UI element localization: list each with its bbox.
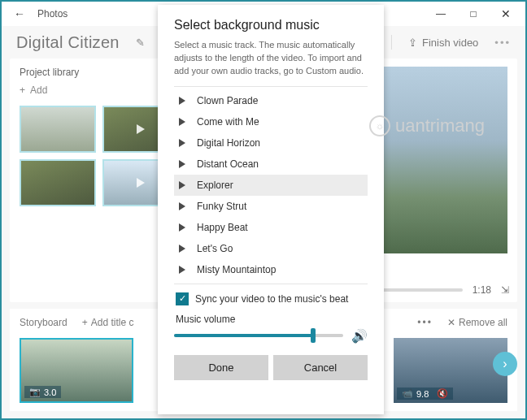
play-icon	[179, 118, 185, 126]
track-label: Misty Mountaintop	[197, 264, 276, 275]
x-icon: ✕	[447, 317, 455, 328]
check-icon: ✓	[176, 292, 189, 305]
track-label: Happy Beat	[197, 222, 248, 233]
track-label: Let's Go	[197, 243, 233, 254]
library-thumbs	[20, 106, 179, 206]
track-item[interactable]: Happy Beat	[174, 217, 368, 238]
sync-label: Sync your video to the music's beat	[195, 293, 348, 305]
volume-row: 🔊	[174, 328, 368, 344]
track-item[interactable]: Digital Horizon	[174, 132, 368, 154]
more-button[interactable]: •••	[494, 37, 511, 49]
play-icon	[179, 202, 185, 210]
plus-icon: +	[20, 84, 25, 96]
duration-label: 1:18	[473, 284, 491, 296]
track-list: Clown ParadeCome with MeDigital HorizonD…	[174, 90, 368, 280]
play-icon	[179, 97, 185, 105]
track-item[interactable]: Misty Mountaintop	[174, 259, 368, 280]
track-item[interactable]: Funky Strut	[174, 196, 368, 217]
cancel-button[interactable]: Cancel	[273, 355, 368, 380]
storyboard-heading: Storyboard	[20, 317, 68, 328]
clip-duration: 9.8	[416, 389, 429, 399]
project-title: Digital Citizen	[16, 33, 120, 52]
track-item[interactable]: Let's Go	[174, 238, 368, 259]
video-icon: 📹	[402, 388, 413, 399]
mute-icon: 🔇	[437, 388, 448, 399]
play-icon	[179, 181, 185, 189]
library-thumb[interactable]	[20, 159, 96, 206]
play-icon	[179, 223, 185, 232]
play-icon	[179, 139, 185, 147]
library-heading: Project library	[20, 67, 179, 78]
track-item[interactable]: Clown Parade	[174, 90, 368, 111]
track-item[interactable]: Explorer	[174, 175, 368, 196]
library-thumb[interactable]	[20, 106, 96, 153]
track-label: Explorer	[197, 180, 233, 191]
track-label: Come with Me	[197, 116, 259, 128]
finish-video-button[interactable]: ⇪Finish video	[408, 37, 478, 49]
dialog-title: Select background music	[174, 18, 368, 32]
volume-label: Music volume	[176, 314, 366, 325]
track-label: Digital Horizon	[197, 137, 260, 149]
dialog-description: Select a music track. The music automati…	[174, 39, 368, 78]
volume-slider[interactable]	[174, 334, 343, 337]
image-icon: 📷	[29, 387, 41, 397]
track-label: Funky Strut	[197, 201, 246, 212]
close-button[interactable]: ✕	[490, 2, 522, 26]
play-icon	[179, 245, 185, 253]
maximize-button[interactable]: □	[457, 2, 490, 26]
rename-icon[interactable]: ✎	[136, 37, 145, 49]
play-icon	[179, 266, 185, 274]
track-label: Distant Ocean	[197, 158, 259, 170]
done-button[interactable]: Done	[174, 355, 268, 380]
next-page-button[interactable]: ›	[493, 352, 517, 376]
volume-knob[interactable]	[311, 328, 316, 343]
storyboard-clip[interactable]: 📷3.0	[20, 338, 133, 403]
track-label: Clown Parade	[197, 95, 258, 106]
export-icon: ⇪	[408, 37, 417, 49]
track-item[interactable]: Come with Me	[174, 111, 368, 132]
app-title: Photos	[37, 8, 68, 19]
separator	[391, 35, 392, 50]
speaker-icon: 🔊	[351, 328, 368, 344]
fullscreen-icon[interactable]: ⇲	[501, 284, 509, 296]
plus-icon: +	[82, 317, 88, 328]
clip-duration: 3.0	[44, 388, 56, 397]
storyboard-clip[interactable]: 📹9.8🔇	[394, 338, 507, 403]
sync-checkbox[interactable]: ✓ Sync your video to the music's beat	[176, 292, 366, 305]
back-button[interactable]: ←	[10, 7, 29, 20]
storyboard-more-button[interactable]: •••	[417, 317, 433, 328]
play-icon	[179, 160, 185, 168]
add-media-button[interactable]: +Add	[20, 84, 179, 96]
add-title-button[interactable]: +Add title c	[82, 317, 134, 328]
remove-all-button[interactable]: ✕Remove all	[447, 317, 507, 328]
track-item[interactable]: Distant Ocean	[174, 154, 368, 175]
background-music-dialog: Select background music Select a music t…	[158, 5, 384, 414]
minimize-button[interactable]: ―	[425, 2, 457, 26]
app-window: ← Photos ― □ ✕ Digital Citizen ✎ m audio…	[0, 0, 527, 420]
